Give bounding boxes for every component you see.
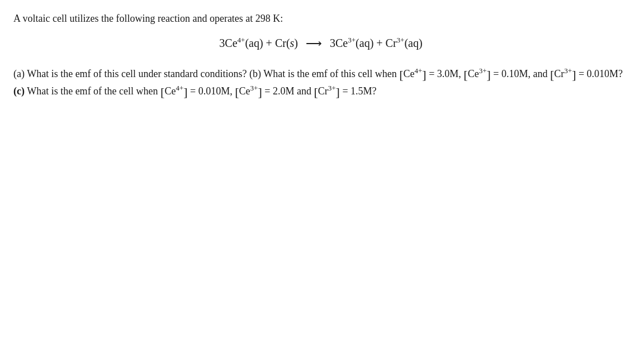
bracket-left-6: [ [314, 84, 318, 98]
eq-5: = 2.0M and [262, 85, 314, 97]
bracket-right-1: ] [422, 68, 426, 82]
eq-1: = 3.0M, [427, 68, 464, 79]
bracket-right-2: ] [486, 68, 490, 82]
bracket-right-5: ] [258, 84, 262, 98]
bracket-right-4: ] [183, 84, 187, 98]
bracket-right-6: ] [336, 84, 340, 98]
reactant-1: 3Ce4+(aq) + Cr(s) [219, 37, 298, 50]
reaction-arrow: ⟶ [306, 36, 322, 50]
species-3: Cr3+ [554, 68, 572, 79]
bracket-left-2: [ [463, 68, 467, 82]
species-4: Ce4+ [164, 85, 183, 97]
questions-text: (a) What is the emf of this cell under s… [13, 65, 628, 99]
species-6: Cr3+ [318, 85, 336, 97]
product-1: 3Ce3+(aq) + Cr3+(aq) [330, 37, 423, 50]
eq-4: = 0.010M, [188, 85, 235, 97]
species-1: Ce4+ [403, 68, 422, 79]
eq-2: = 0.10M, and [491, 68, 550, 79]
reaction-container: 3Ce4+(aq) + Cr(s) ⟶ 3Ce3+(aq) + Cr3+(aq) [13, 36, 628, 50]
species-5: Ce3+ [239, 85, 258, 97]
eq-6: = 1.5M? [340, 85, 377, 97]
part-c-label: (c) What is the emf of the cell when [13, 85, 160, 97]
species-2: Ce3+ [468, 68, 487, 79]
bracket-left-5: [ [235, 84, 239, 98]
content-area: A voltaic cell utilizes the following re… [13, 11, 628, 99]
reaction-equation: 3Ce4+(aq) + Cr(s) ⟶ 3Ce3+(aq) + Cr3+(aq) [219, 36, 422, 50]
part-a-label: (a) What is the emf of this cell under s… [13, 68, 399, 79]
eq-3: = 0.010M? [576, 68, 623, 79]
intro-text: A voltaic cell utilizes the following re… [13, 11, 628, 26]
